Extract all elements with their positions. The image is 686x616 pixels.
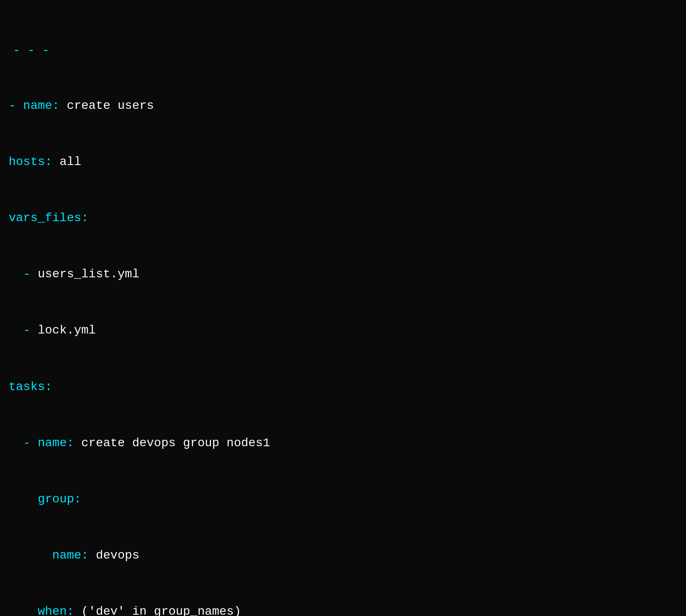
line-4: - users_list.yml: [9, 265, 677, 283]
colon: :: [45, 380, 52, 394]
key-tasks: tasks: [9, 380, 45, 394]
line-8: group:: [9, 490, 677, 508]
colon: :: [74, 492, 81, 506]
colon: :: [45, 155, 60, 168]
value: lock.yml: [38, 324, 96, 337]
colon: :: [67, 436, 81, 450]
code-editor: - - - - name: create users hosts: all va…: [0, 4, 686, 616]
key-group: group: [38, 492, 74, 506]
dash-icon: -: [23, 436, 38, 450]
line-5: - lock.yml: [9, 321, 677, 340]
line-9: name: devops: [9, 546, 677, 565]
line-1: - name: create users: [9, 96, 677, 115]
value: create users: [67, 99, 154, 112]
line-10: when: ('dev' in group_names): [9, 602, 677, 616]
key-name: name: [23, 99, 52, 112]
key-vars-files: vars_files: [9, 211, 81, 225]
value: create devops group nodes1: [81, 436, 270, 450]
dash-icon: -: [23, 267, 38, 281]
key-when: when: [38, 605, 67, 616]
value: users_list.yml: [38, 267, 139, 281]
value: all: [60, 155, 81, 168]
value: ('dev' in group_names): [81, 605, 241, 616]
key-name: name: [38, 436, 67, 450]
colon: :: [81, 549, 96, 562]
line-2: hosts: all: [9, 152, 677, 171]
line-6: tasks:: [9, 378, 677, 396]
colon: :: [52, 99, 67, 112]
line-7: - name: create devops group nodes1: [9, 434, 677, 452]
colon: :: [81, 211, 89, 225]
dash-icon: -: [23, 324, 38, 337]
value: devops: [96, 549, 140, 562]
key-hosts: hosts: [9, 155, 45, 168]
dash-icon: -: [9, 99, 23, 112]
line-3: vars_files:: [9, 209, 677, 227]
colon: :: [67, 605, 81, 616]
yaml-doc-start: - - -: [9, 42, 677, 59]
key-name: name: [52, 549, 81, 562]
